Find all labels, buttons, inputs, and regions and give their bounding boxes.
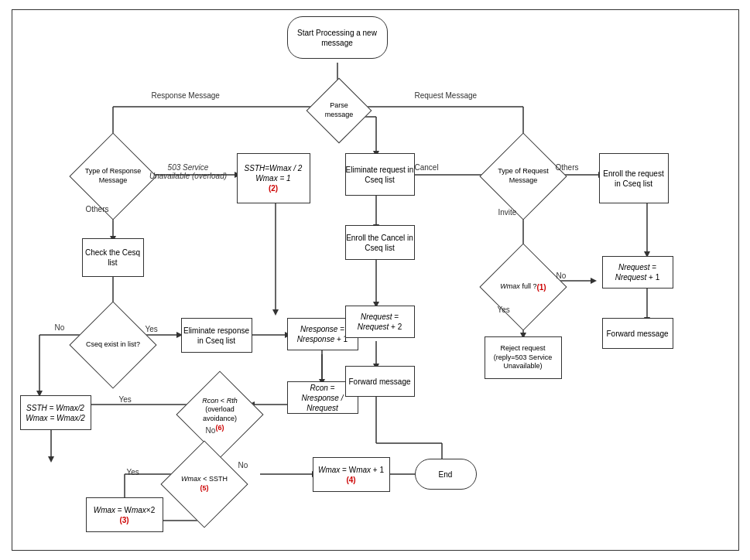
ssth-half-box: SSTH = Wmax/2 Wmax = Wmax/2	[20, 395, 91, 430]
type-request-diamond: Type of Request Message	[479, 132, 567, 220]
eliminate-response-box: Eliminate response in Cseq list	[181, 318, 252, 353]
svg-marker-62	[591, 278, 597, 284]
no-rcon-label: No	[206, 426, 216, 435]
ssth-set-label: SSTH=Wmax / 2 Wmax = 1 (2)	[245, 163, 303, 193]
reject-box: Reject request (reply=503 Service Unavai…	[485, 336, 562, 379]
start-label: Start Processing a new message	[288, 28, 387, 48]
yes-wmax-label: Yes	[127, 468, 139, 476]
forward1-box: Forward message	[345, 366, 415, 397]
forward2-box: Forward message	[602, 318, 673, 349]
rcon-compare-label: Rcon < Rth (overload avoidance) (6)	[190, 384, 250, 445]
start-node: Start Processing a new message	[287, 16, 388, 59]
wmax-ssth-diamond: Wmax < SSTH (5)	[160, 440, 248, 528]
rcon-compare-diamond: Rcon < Rth (overload avoidance) (6)	[176, 370, 263, 458]
others-req-label: Others	[556, 163, 579, 172]
invite-label: Invite	[498, 208, 517, 217]
wmax-full-diamond: Wmax full ? (1)	[479, 243, 567, 330]
svg-marker-13	[272, 309, 279, 316]
type-request-label: Type of Request Message	[493, 146, 553, 207]
type-response-diamond: Type of Response Message	[69, 132, 156, 220]
ssth-half-label: SSTH = Wmax/2 Wmax = Wmax/2	[26, 403, 84, 423]
no-cseq-label: No	[55, 323, 65, 332]
eliminate-response-label: Eliminate response in Cseq list	[182, 326, 252, 346]
response-message-label: Response Message	[152, 91, 220, 100]
enroll-cancel-label: Enroll the Cancel in Cseq list	[346, 233, 414, 253]
svg-marker-32	[48, 456, 54, 463]
yes-wmax-full-label: Yes	[498, 306, 510, 314]
no-wmax-label: No	[238, 461, 248, 470]
no-wmax-full-label: No	[557, 271, 567, 280]
check-cesq-box: Check the Cesq list	[82, 238, 144, 277]
nrequest-p2-label: Nrequest = Nrequest + 2	[358, 312, 402, 332]
enroll-cseq-label: Enroll the request in Cseq list	[600, 169, 668, 189]
nrequest-p2-box: Nrequest = Nrequest + 2	[345, 306, 415, 338]
check-cesq-label: Check the Cesq list	[83, 248, 143, 268]
yes-rcon-label: Yes	[119, 395, 132, 404]
others-response-label: Others	[86, 205, 109, 213]
end-node: End	[415, 459, 477, 490]
503-label: 503 Service Unavailable (overload)	[148, 163, 229, 180]
forward2-label: Forward message	[606, 329, 668, 339]
wmax-plus1-label: Wmax = Wmax + 1 (4)	[318, 465, 384, 485]
cancel-label: Cancel	[415, 163, 439, 172]
parse-label: Parse message	[317, 88, 361, 133]
eliminate-req-label: Eliminate request in Cseq list	[346, 165, 414, 185]
eliminate-req-box: Eliminate request in Cseq list	[345, 153, 415, 196]
wmax-double-label: Wmax = Wmax×2 (3)	[94, 505, 156, 525]
ssth-set-box: SSTH=Wmax / 2 Wmax = 1 (2)	[237, 153, 310, 203]
wmax-ssth-label: Wmax < SSTH (5)	[174, 454, 235, 514]
reject-label: Reject request (reply=503 Service Unavai…	[485, 344, 561, 371]
cseq-exist-label: Cseq exist in list?	[83, 315, 143, 375]
cseq-exist-diamond: Cseq exist in list?	[69, 301, 156, 388]
wmax-double-box: Wmax = Wmax×2 (3)	[86, 497, 163, 532]
wmax-plus1-box: Wmax = Wmax + 1 (4)	[313, 457, 390, 492]
parse-diamond: Parse message	[306, 78, 372, 144]
nrequest-p1-box: Nrequest = Nrequest + 1	[602, 256, 673, 289]
enroll-cancel-box: Enroll the Cancel in Cseq list	[345, 225, 415, 260]
type-response-label: Type of Response Message	[83, 146, 143, 207]
request-message-label: Request Message	[415, 91, 478, 100]
diagram-container: Start Processing a new message Parse mes…	[12, 9, 739, 551]
nresponse-label: Nresponse = Nresponse + 1	[297, 324, 348, 344]
nrequest-p1-label: Nrequest = Nrequest + 1	[615, 262, 660, 282]
yes-cseq-label: Yes	[146, 325, 158, 333]
enroll-cseq-box: Enroll the request in Cseq list	[599, 153, 669, 203]
end-label: End	[439, 470, 453, 480]
forward1-label: Forward message	[348, 377, 410, 387]
